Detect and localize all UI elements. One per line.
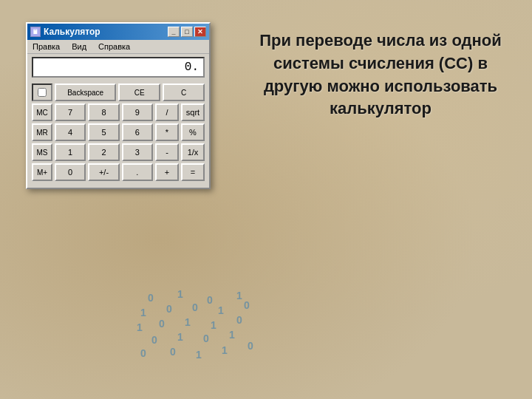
binary-digit: 0 xyxy=(159,318,165,330)
binary-digit: 0 xyxy=(148,292,154,304)
btn-add[interactable]: + xyxy=(155,163,179,181)
binary-digit: 1 xyxy=(236,290,242,301)
right-panel: При переводе числа из одной системы счис… xyxy=(236,0,532,399)
close-button[interactable]: ✕ xyxy=(194,27,206,37)
binary-digit: 1 xyxy=(222,344,228,356)
calculator-window: 🖩 Калькулятор _ □ ✕ Правка Вид Справка 0… xyxy=(26,22,211,189)
btn-5[interactable]: 5 xyxy=(88,123,119,141)
binary-digit: 0 xyxy=(166,303,172,315)
binary-digit: 0 xyxy=(192,301,198,313)
window-title: Калькулятор xyxy=(44,27,100,37)
binary-digit: 1 xyxy=(196,349,202,361)
title-bar-left: 🖩 Калькулятор xyxy=(30,27,100,37)
btn-6[interactable]: 6 xyxy=(122,123,153,141)
btn-dot[interactable]: . xyxy=(122,163,153,181)
binary-digit: 1 xyxy=(137,321,143,333)
row-3: MS 1 2 3 - 1/x xyxy=(32,143,205,161)
mplus-button[interactable]: M+ xyxy=(32,163,52,181)
ce-button[interactable]: CE xyxy=(118,83,160,101)
menu-item-vid[interactable]: Вид xyxy=(69,41,89,52)
calculator-display: 0. xyxy=(32,57,205,78)
btn-3[interactable]: 3 xyxy=(122,143,153,161)
mr-button[interactable]: MR xyxy=(32,123,52,141)
binary-digit: 0 xyxy=(140,347,146,359)
btn-9[interactable]: 9 xyxy=(122,103,153,121)
c-button[interactable]: C xyxy=(163,83,205,101)
binary-digit: 1 xyxy=(218,304,224,316)
menu-bar: Правка Вид Справка xyxy=(27,40,209,54)
binary-digit: 0 xyxy=(207,294,213,306)
btn-2[interactable]: 2 xyxy=(88,143,119,161)
description-text: При переводе числа из одной системы счис… xyxy=(244,30,517,120)
binary-digit: 0 xyxy=(203,332,209,344)
binary-digit: 1 xyxy=(185,316,191,328)
btn-mul[interactable]: * xyxy=(155,123,179,141)
display-area: 0. xyxy=(27,54,209,81)
checkbox-area xyxy=(32,83,52,101)
binary-digit: 0 xyxy=(151,334,157,346)
btn-sub[interactable]: - xyxy=(155,143,179,161)
btn-plusminus[interactable]: +/- xyxy=(88,163,119,181)
binary-digit: 0 xyxy=(248,340,253,352)
btn-8[interactable]: 8 xyxy=(88,103,119,121)
mc-button[interactable]: MC xyxy=(32,103,52,121)
checkbox[interactable] xyxy=(38,88,47,97)
binary-decoration: 01011001010110010100110 xyxy=(133,288,251,377)
btn-pct[interactable]: % xyxy=(181,123,205,141)
calc-body: Backspace CE C MC 7 8 9 / sqrt MR 4 5 6 … xyxy=(27,81,209,188)
calculator-icon: 🖩 xyxy=(30,27,41,37)
title-bar: 🖩 Калькулятор _ □ ✕ xyxy=(27,24,209,40)
btn-sqrt[interactable]: sqrt xyxy=(181,103,205,121)
binary-digit: 0 xyxy=(236,314,242,326)
binary-digit: 1 xyxy=(211,319,216,331)
row-2: MR 4 5 6 * % xyxy=(32,123,205,141)
top-row: Backspace CE C xyxy=(32,83,205,101)
menu-item-pravka[interactable]: Правка xyxy=(30,41,62,52)
binary-digit: 1 xyxy=(177,288,183,300)
maximize-button[interactable]: □ xyxy=(181,27,193,37)
btn-0[interactable]: 0 xyxy=(55,163,86,181)
ms-button[interactable]: MS xyxy=(32,143,52,161)
btn-4[interactable]: 4 xyxy=(55,123,86,141)
btn-inv[interactable]: 1/x xyxy=(181,143,205,161)
row-1: MC 7 8 9 / sqrt xyxy=(32,103,205,121)
btn-eq[interactable]: = xyxy=(181,163,205,181)
minimize-button[interactable]: _ xyxy=(168,27,180,37)
btn-1[interactable]: 1 xyxy=(55,143,86,161)
btn-7[interactable]: 7 xyxy=(55,103,86,121)
btn-div[interactable]: / xyxy=(155,103,179,121)
binary-digit: 0 xyxy=(244,299,250,311)
display-value: 0. xyxy=(185,61,199,74)
row-4: M+ 0 +/- . + = xyxy=(32,163,205,181)
binary-digit: 1 xyxy=(140,307,146,318)
title-bar-buttons: _ □ ✕ xyxy=(168,27,206,37)
menu-item-spravka[interactable]: Справка xyxy=(96,41,132,52)
binary-digit: 1 xyxy=(229,329,235,341)
backspace-button[interactable]: Backspace xyxy=(55,83,116,101)
binary-digit: 0 xyxy=(170,346,176,358)
binary-digit: 1 xyxy=(177,331,183,343)
